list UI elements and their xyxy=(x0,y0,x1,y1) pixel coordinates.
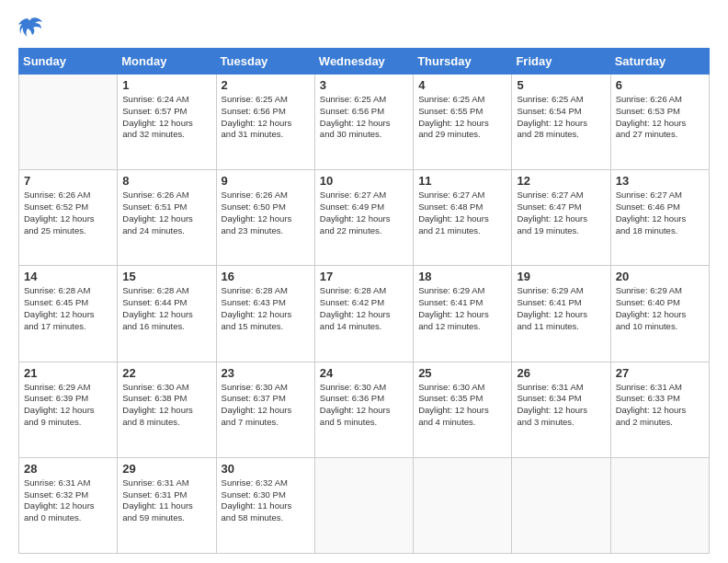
day-number: 12 xyxy=(517,174,605,188)
day-number: 18 xyxy=(418,270,506,283)
calendar-cell: 4Sunrise: 6:25 AM Sunset: 6:55 PM Daylig… xyxy=(414,75,512,170)
calendar-cell: 14Sunrise: 6:28 AM Sunset: 6:45 PM Dayli… xyxy=(19,266,118,362)
calendar-table: SundayMondayTuesdayWednesdayThursdayFrid… xyxy=(18,48,710,554)
calendar-cell: 21Sunrise: 6:29 AM Sunset: 6:39 PM Dayli… xyxy=(19,362,118,457)
day-info: Sunrise: 6:24 AM Sunset: 6:57 PM Dayligh… xyxy=(122,94,210,141)
calendar-cell: 7Sunrise: 6:26 AM Sunset: 6:52 PM Daylig… xyxy=(19,170,118,266)
day-number: 5 xyxy=(517,78,605,92)
day-info: Sunrise: 6:31 AM Sunset: 6:33 PM Dayligh… xyxy=(616,382,704,429)
calendar-cell: 30Sunrise: 6:32 AM Sunset: 6:30 PM Dayli… xyxy=(216,457,314,553)
day-number: 2 xyxy=(222,78,310,92)
header xyxy=(18,15,710,40)
day-info: Sunrise: 6:26 AM Sunset: 6:53 PM Dayligh… xyxy=(616,94,704,141)
calendar-cell: 9Sunrise: 6:26 AM Sunset: 6:50 PM Daylig… xyxy=(216,170,314,266)
day-info: Sunrise: 6:30 AM Sunset: 6:36 PM Dayligh… xyxy=(320,382,408,429)
calendar-cell: 17Sunrise: 6:28 AM Sunset: 6:42 PM Dayli… xyxy=(314,266,413,362)
day-number: 10 xyxy=(320,174,408,188)
calendar-cell: 11Sunrise: 6:27 AM Sunset: 6:48 PM Dayli… xyxy=(414,170,512,266)
weekday-header-wednesday: Wednesday xyxy=(314,49,413,75)
day-info: Sunrise: 6:32 AM Sunset: 6:30 PM Dayligh… xyxy=(222,477,310,524)
week-row-5: 28Sunrise: 6:31 AM Sunset: 6:32 PM Dayli… xyxy=(19,457,710,553)
calendar-cell: 27Sunrise: 6:31 AM Sunset: 6:33 PM Dayli… xyxy=(610,362,709,457)
day-info: Sunrise: 6:27 AM Sunset: 6:48 PM Dayligh… xyxy=(418,190,506,236)
day-info: Sunrise: 6:28 AM Sunset: 6:42 PM Dayligh… xyxy=(320,285,408,332)
day-info: Sunrise: 6:29 AM Sunset: 6:41 PM Dayligh… xyxy=(517,285,605,332)
day-info: Sunrise: 6:28 AM Sunset: 6:44 PM Dayligh… xyxy=(122,285,210,332)
day-number: 11 xyxy=(418,174,506,188)
weekday-header-friday: Friday xyxy=(512,49,610,75)
calendar-cell: 19Sunrise: 6:29 AM Sunset: 6:41 PM Dayli… xyxy=(512,266,610,362)
page: SundayMondayTuesdayWednesdayThursdayFrid… xyxy=(0,0,728,563)
day-info: Sunrise: 6:31 AM Sunset: 6:31 PM Dayligh… xyxy=(122,477,210,524)
day-info: Sunrise: 6:27 AM Sunset: 6:49 PM Dayligh… xyxy=(320,190,408,236)
day-info: Sunrise: 6:31 AM Sunset: 6:34 PM Dayligh… xyxy=(517,382,605,429)
day-info: Sunrise: 6:31 AM Sunset: 6:32 PM Dayligh… xyxy=(24,477,112,524)
day-info: Sunrise: 6:25 AM Sunset: 6:56 PM Dayligh… xyxy=(320,94,408,141)
day-info: Sunrise: 6:27 AM Sunset: 6:47 PM Dayligh… xyxy=(517,190,605,236)
day-number: 19 xyxy=(517,270,605,283)
day-number: 26 xyxy=(517,366,605,380)
day-info: Sunrise: 6:25 AM Sunset: 6:54 PM Dayligh… xyxy=(517,94,605,141)
calendar-cell: 13Sunrise: 6:27 AM Sunset: 6:46 PM Dayli… xyxy=(610,170,709,266)
day-number: 13 xyxy=(616,174,704,188)
day-number: 1 xyxy=(122,78,210,92)
day-number: 7 xyxy=(24,174,112,188)
day-info: Sunrise: 6:29 AM Sunset: 6:41 PM Dayligh… xyxy=(418,285,506,332)
day-info: Sunrise: 6:27 AM Sunset: 6:46 PM Dayligh… xyxy=(616,190,704,236)
calendar-cell: 20Sunrise: 6:29 AM Sunset: 6:40 PM Dayli… xyxy=(610,266,709,362)
calendar-cell xyxy=(512,457,610,553)
calendar-cell: 23Sunrise: 6:30 AM Sunset: 6:37 PM Dayli… xyxy=(216,362,314,457)
calendar-cell: 6Sunrise: 6:26 AM Sunset: 6:53 PM Daylig… xyxy=(610,75,709,170)
day-number: 30 xyxy=(222,462,310,476)
week-row-4: 21Sunrise: 6:29 AM Sunset: 6:39 PM Dayli… xyxy=(19,362,710,457)
day-number: 17 xyxy=(320,270,408,283)
day-info: Sunrise: 6:25 AM Sunset: 6:55 PM Dayligh… xyxy=(418,94,506,141)
calendar-cell: 1Sunrise: 6:24 AM Sunset: 6:57 PM Daylig… xyxy=(118,75,216,170)
day-info: Sunrise: 6:25 AM Sunset: 6:56 PM Dayligh… xyxy=(222,94,310,141)
calendar-cell: 5Sunrise: 6:25 AM Sunset: 6:54 PM Daylig… xyxy=(512,75,610,170)
day-number: 4 xyxy=(418,78,506,92)
calendar-cell: 8Sunrise: 6:26 AM Sunset: 6:51 PM Daylig… xyxy=(118,170,216,266)
calendar-cell xyxy=(19,75,118,170)
day-info: Sunrise: 6:26 AM Sunset: 6:51 PM Dayligh… xyxy=(122,190,210,236)
calendar-cell: 24Sunrise: 6:30 AM Sunset: 6:36 PM Dayli… xyxy=(314,362,413,457)
calendar-cell xyxy=(414,457,512,553)
weekday-header-row: SundayMondayTuesdayWednesdayThursdayFrid… xyxy=(19,49,710,75)
day-number: 22 xyxy=(122,366,210,380)
day-number: 8 xyxy=(122,174,210,188)
day-number: 24 xyxy=(320,366,408,380)
calendar-cell: 15Sunrise: 6:28 AM Sunset: 6:44 PM Dayli… xyxy=(118,266,216,362)
day-number: 15 xyxy=(122,270,210,283)
day-info: Sunrise: 6:26 AM Sunset: 6:52 PM Dayligh… xyxy=(24,190,112,236)
day-number: 25 xyxy=(418,366,506,380)
week-row-2: 7Sunrise: 6:26 AM Sunset: 6:52 PM Daylig… xyxy=(19,170,710,266)
day-info: Sunrise: 6:29 AM Sunset: 6:40 PM Dayligh… xyxy=(616,285,704,332)
day-number: 27 xyxy=(616,366,704,380)
calendar-cell: 2Sunrise: 6:25 AM Sunset: 6:56 PM Daylig… xyxy=(216,75,314,170)
day-number: 29 xyxy=(122,462,210,476)
calendar-cell xyxy=(610,457,709,553)
day-info: Sunrise: 6:28 AM Sunset: 6:43 PM Dayligh… xyxy=(222,285,310,332)
week-row-1: 1Sunrise: 6:24 AM Sunset: 6:57 PM Daylig… xyxy=(19,75,710,170)
day-number: 28 xyxy=(24,462,112,476)
calendar-cell xyxy=(314,457,413,553)
weekday-header-monday: Monday xyxy=(118,49,216,75)
weekday-header-tuesday: Tuesday xyxy=(216,49,314,75)
day-info: Sunrise: 6:26 AM Sunset: 6:50 PM Dayligh… xyxy=(222,190,310,236)
calendar-cell: 3Sunrise: 6:25 AM Sunset: 6:56 PM Daylig… xyxy=(314,75,413,170)
calendar-cell: 12Sunrise: 6:27 AM Sunset: 6:47 PM Dayli… xyxy=(512,170,610,266)
day-number: 9 xyxy=(222,174,310,188)
day-info: Sunrise: 6:29 AM Sunset: 6:39 PM Dayligh… xyxy=(24,382,112,429)
weekday-header-sunday: Sunday xyxy=(19,49,118,75)
day-number: 23 xyxy=(222,366,310,380)
day-number: 20 xyxy=(616,270,704,283)
calendar-cell: 26Sunrise: 6:31 AM Sunset: 6:34 PM Dayli… xyxy=(512,362,610,457)
day-info: Sunrise: 6:30 AM Sunset: 6:37 PM Dayligh… xyxy=(222,382,310,429)
calendar-cell: 28Sunrise: 6:31 AM Sunset: 6:32 PM Dayli… xyxy=(19,457,118,553)
day-number: 3 xyxy=(320,78,408,92)
logo xyxy=(18,15,48,40)
day-number: 14 xyxy=(24,270,112,283)
calendar-cell: 16Sunrise: 6:28 AM Sunset: 6:43 PM Dayli… xyxy=(216,266,314,362)
day-info: Sunrise: 6:30 AM Sunset: 6:35 PM Dayligh… xyxy=(418,382,506,429)
weekday-header-thursday: Thursday xyxy=(414,49,512,75)
